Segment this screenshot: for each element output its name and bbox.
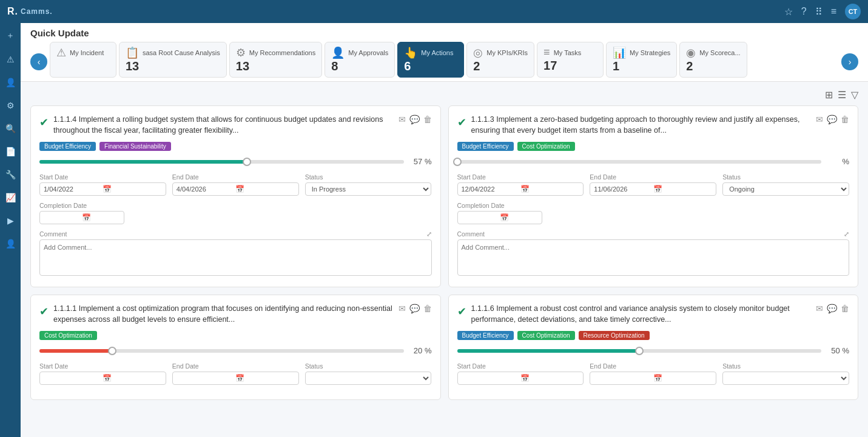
card2-end-date-input[interactable]: 11/06/2026 📅 xyxy=(590,182,716,196)
sidebar-chart-icon[interactable]: 📈 xyxy=(3,190,18,205)
card1-start-date-value: 1/04/2022 xyxy=(44,185,103,193)
card1-start-cal-icon: 📅 xyxy=(103,185,161,193)
sidebar-alert-icon[interactable]: ⚠ xyxy=(4,52,17,67)
card4-start-date-input[interactable]: 📅 xyxy=(457,372,584,385)
card4-start-date-group: Start Date 📅 xyxy=(457,362,584,385)
card2-comment-box[interactable] xyxy=(457,239,850,276)
tabs-scroll: ⚠ My Incident 📋 sasa Root Cause Analysis… xyxy=(47,42,841,81)
card1-email-icon[interactable]: ✉ xyxy=(399,115,406,124)
card3-comment-icon[interactable]: 💬 xyxy=(409,304,420,313)
tab-recommendations[interactable]: ⚙ My Recommendations 13 xyxy=(229,42,322,78)
filter-button[interactable]: ▽ xyxy=(851,89,858,101)
card2-progress-track[interactable] xyxy=(457,160,822,164)
card4-comment-icon[interactable]: 💬 xyxy=(827,304,837,313)
card4-fields: Start Date 📅 End Date 📅 xyxy=(457,362,850,385)
sidebar: ＋ ⚠ 👤 ⚙ 🔍 📄 🔧 📈 ▶ 👤 xyxy=(0,23,21,437)
tab-incident[interactable]: ⚠ My Incident xyxy=(50,42,116,78)
card1-comment-section: Comment ⤢ xyxy=(39,230,432,278)
card1-completion-cal-icon: 📅 xyxy=(82,213,120,222)
card2-start-date-input[interactable]: 12/04/2022 📅 xyxy=(457,182,584,196)
tab-tasks[interactable]: ≡ My Tasks 17 xyxy=(537,42,604,78)
card2-end-date-value: 11/06/2026 xyxy=(594,185,653,193)
card4-progress-handle[interactable] xyxy=(635,347,644,355)
card3-progress-handle[interactable] xyxy=(108,347,116,355)
card1-progress-track[interactable] xyxy=(39,160,404,164)
card3-end-date-group: End Date 📅 xyxy=(172,362,299,385)
card3-actions: ✉ 💬 🗑 xyxy=(399,304,432,313)
card4-progress-track[interactable] xyxy=(457,349,822,353)
card1-delete-icon[interactable]: 🗑 xyxy=(423,115,432,124)
card2-progress-pct: % xyxy=(827,157,849,166)
card4-status-label: Status xyxy=(722,362,849,370)
card1-tag-2: Financial Sustainability xyxy=(99,142,171,151)
tab-recommendations-icon: ⚙ xyxy=(236,46,246,59)
card4-email-icon[interactable]: ✉ xyxy=(816,304,823,313)
card3-start-date-input[interactable]: 📅 xyxy=(39,372,166,385)
sidebar-play-icon[interactable]: ▶ xyxy=(5,213,16,228)
sidebar-tool-icon[interactable]: 🔧 xyxy=(3,167,18,182)
list-view-button[interactable]: ☰ xyxy=(838,89,846,101)
tab-kpis[interactable]: ◎ My KPIs/KRIs 2 xyxy=(466,42,534,78)
card3-progress-track[interactable] xyxy=(39,349,404,353)
tab-actions[interactable]: 👆 My Actions 6 xyxy=(397,42,464,78)
card1-comment-box[interactable] xyxy=(39,239,432,276)
star-icon[interactable]: ☆ xyxy=(784,6,793,18)
card2-progress-handle[interactable] xyxy=(453,158,462,166)
tab-actions-icon: 👆 xyxy=(404,46,417,59)
sidebar-doc-icon[interactable]: 📄 xyxy=(3,144,18,159)
card1-completion-input[interactable]: 📅 xyxy=(39,211,124,224)
card4-progress-fill xyxy=(457,349,639,353)
card4-delete-icon[interactable]: 🗑 xyxy=(841,304,849,313)
tab-tasks-icon: ≡ xyxy=(543,46,550,59)
user-avatar[interactable]: CT xyxy=(845,4,861,19)
tabs-next-button[interactable]: › xyxy=(841,53,858,70)
card3-end-date-input[interactable]: 📅 xyxy=(172,372,299,385)
grid-icon[interactable]: ⠿ xyxy=(815,6,823,18)
card4-status-group: Status In Progress Ongoing Completed xyxy=(722,362,849,385)
card2-status-label: Status xyxy=(722,173,849,181)
card1-tag-1: Budget Efficiency xyxy=(39,142,96,151)
card3-status-select[interactable]: In Progress Ongoing Completed Not Starte… xyxy=(305,372,432,385)
grid-view-button[interactable]: ⊞ xyxy=(825,89,833,101)
card2-completion-label: Completion Date xyxy=(457,202,850,209)
help-icon[interactable]: ? xyxy=(801,6,807,17)
tab-root-cause[interactable]: 📋 sasa Root Cause Analysis 13 xyxy=(119,42,227,78)
card2-delete-icon[interactable]: 🗑 xyxy=(841,115,849,124)
card1-status-select[interactable]: In Progress Ongoing Completed Not Starte… xyxy=(305,182,432,196)
card1-end-date-input[interactable]: 4/04/2026 📅 xyxy=(172,182,299,196)
menu-icon[interactable]: ≡ xyxy=(831,6,836,17)
card2-completion-input[interactable]: 📅 xyxy=(457,211,542,224)
sidebar-contact-icon[interactable]: 👤 xyxy=(3,236,18,251)
tabs-prev-button[interactable]: ‹ xyxy=(30,53,47,70)
tab-scorecard-icon: ◉ xyxy=(686,46,696,59)
card3-delete-icon[interactable]: 🗑 xyxy=(423,304,432,313)
card3-tags: Cost Optimization xyxy=(39,331,432,340)
sidebar-search-icon[interactable]: 🔍 xyxy=(3,121,18,136)
card2-comment-expand-icon[interactable]: ⤢ xyxy=(844,230,849,238)
card3-status-label: Status xyxy=(305,362,432,370)
card3-progress-pct: 20 % xyxy=(410,346,432,355)
card3-email-icon[interactable]: ✉ xyxy=(399,304,406,313)
card4-end-date-input[interactable]: 📅 xyxy=(590,372,716,385)
card2-comment-icon[interactable]: 💬 xyxy=(827,115,837,124)
card1-progress-handle[interactable] xyxy=(243,158,251,166)
card2-status-select[interactable]: Ongoing In Progress Completed Not Starte… xyxy=(722,182,849,196)
tab-scorecard[interactable]: ◉ My Scoreca... 2 xyxy=(679,42,747,78)
card1-comment-icon[interactable]: 💬 xyxy=(409,115,420,124)
sidebar-user-icon[interactable]: 👤 xyxy=(3,75,18,90)
sidebar-add-icon[interactable]: ＋ xyxy=(4,28,17,44)
tab-strategies[interactable]: 📊 My Strategies 1 xyxy=(606,42,677,78)
card2-progress-row: % xyxy=(457,157,850,166)
card1-tags: Budget Efficiency Financial Sustainabili… xyxy=(39,142,432,151)
tab-approvals[interactable]: 👤 My Approvals 8 xyxy=(325,42,395,78)
card1-comment-expand-icon[interactable]: ⤢ xyxy=(426,230,432,238)
tab-root-cause-icon: 📋 xyxy=(126,46,139,59)
card4-start-cal-icon: 📅 xyxy=(520,374,579,382)
card4-status-select[interactable]: In Progress Ongoing Completed xyxy=(722,372,849,385)
card2-completion-row: Completion Date 📅 xyxy=(457,202,850,224)
card1-start-date-input[interactable]: 1/04/2022 📅 xyxy=(39,182,166,196)
card1-completion-row: Completion Date 📅 xyxy=(39,202,432,224)
card4-title: 1.1.1.6 Implement a robust cost control … xyxy=(471,304,812,325)
sidebar-settings-icon[interactable]: ⚙ xyxy=(4,98,17,113)
card2-email-icon[interactable]: ✉ xyxy=(816,115,823,124)
